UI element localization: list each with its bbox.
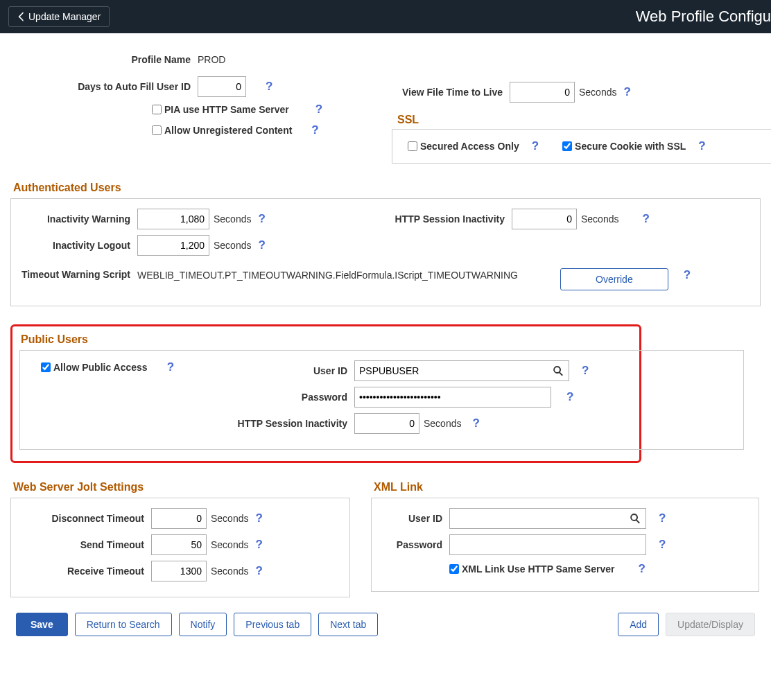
help-disconnect-timeout[interactable]: ? [252,511,265,525]
ssl-box: Secured Access Only ? Secure Cookie with… [392,129,771,164]
help-secured-access[interactable]: ? [529,139,542,153]
value-profile-name: PROD [198,54,225,65]
label-inactivity-logout: Inactivity Logout [19,240,137,251]
label-view-file-ttl: View File Time to Live [392,87,510,98]
input-auth-http-session[interactable] [512,209,577,229]
notify-button[interactable]: Notify [179,613,227,636]
label-public-http-session: HTTP Session Inactivity [216,418,354,429]
label-secure-cookie: Secure Cookie with SSL [572,141,686,152]
label-days-autofill: Days to Auto Fill User ID [10,81,198,92]
ssl-title: SSL [392,114,771,126]
previous-tab-button[interactable]: Previous tab [234,613,311,636]
jolt-title: Web Server Jolt Settings [10,481,350,493]
help-allow-unreg[interactable]: ? [309,123,321,137]
unit-seconds-ttl: Seconds [575,87,621,98]
label-xml-userid: User ID [380,513,449,524]
save-button[interactable]: Save [16,613,68,636]
header-bar: Update Manager Web Profile Configu [0,0,771,33]
help-allow-public[interactable]: ? [164,360,177,374]
checkbox-secured-access[interactable] [408,141,417,151]
search-icon-xml-userid[interactable] [630,513,641,524]
back-label: Update Manager [28,11,101,22]
search-icon-public-userid[interactable] [553,365,564,376]
unit-seconds-hs: Seconds [577,213,623,225]
help-inactivity-warning[interactable]: ? [255,212,268,226]
update-display-button[interactable]: Update/Display [666,613,755,636]
unit-seconds-iw: Seconds [209,213,255,225]
help-xml-userid[interactable]: ? [656,511,668,525]
label-pia-same-server: PIA use HTTP Same Server [162,104,289,115]
label-timeout-script: Timeout Warning Script [19,268,137,281]
footer-buttons: Save Return to Search Notify Previous ta… [10,597,761,651]
label-allow-unreg: Allow Unregistered Content [162,125,292,136]
label-public-userid: User ID [216,365,354,376]
help-override[interactable]: ? [681,268,693,282]
label-auth-http-session: HTTP Session Inactivity [373,213,512,225]
xml-title: XML Link [371,481,759,493]
override-button[interactable]: Override [560,268,668,290]
label-xml-same-server: XML Link Use HTTP Same Server [459,563,614,575]
checkbox-secure-cookie[interactable] [562,141,572,151]
unit-seconds-il: Seconds [209,240,255,251]
input-inactivity-warning[interactable] [137,209,209,229]
checkbox-xml-same-server[interactable] [449,564,459,574]
return-to-search-button[interactable]: Return to Search [75,613,172,636]
chevron-left-icon [17,12,24,21]
help-view-file-ttl[interactable]: ? [621,85,633,99]
add-button[interactable]: Add [618,613,659,636]
input-view-file-ttl[interactable] [510,82,575,103]
help-secure-cookie[interactable]: ? [695,139,708,153]
help-send-timeout[interactable]: ? [252,538,265,552]
unit-seconds-rt: Seconds [207,566,252,577]
public-box: Allow Public Access ? User ID ? [19,350,744,450]
input-xml-userid[interactable] [449,508,646,529]
public-users-highlight: Public Users Allow Public Access ? User … [10,324,641,463]
input-disconnect-timeout[interactable] [151,508,207,529]
jolt-box: Disconnect Timeout Seconds ? Send Timeou… [10,498,350,597]
help-xml-password[interactable]: ? [656,538,668,552]
next-tab-button[interactable]: Next tab [318,613,378,636]
label-allow-public: Allow Public Access [51,362,148,373]
label-xml-password: Password [380,539,449,550]
unit-seconds-st: Seconds [207,539,252,550]
help-inactivity-logout[interactable]: ? [255,238,268,252]
help-days-autofill[interactable]: ? [263,80,275,94]
label-receive-timeout: Receive Timeout [19,566,151,577]
unit-seconds-pub: Seconds [419,418,465,429]
input-send-timeout[interactable] [151,534,207,555]
public-title: Public Users [18,333,634,346]
input-public-userid[interactable] [354,360,569,381]
help-auth-http-session[interactable]: ? [639,212,652,226]
unit-seconds-dt: Seconds [207,513,252,524]
back-button[interactable]: Update Manager [8,6,110,27]
auth-title: Authenticated Users [10,182,761,194]
value-timeout-script: WEBLIB_TIMEOUT.PT_TIMEOUTWARNING.FieldFo… [137,268,560,281]
checkbox-pia-same-server[interactable] [152,105,162,114]
xml-box: User ID ? Password ? [371,498,759,592]
checkbox-allow-public[interactable] [41,362,51,372]
input-inactivity-logout[interactable] [137,235,209,256]
input-public-password[interactable] [354,387,551,408]
label-secured-access: Secured Access Only [417,141,519,152]
auth-box: Inactivity Warning Seconds ? Inactivity … [10,198,761,306]
bottom-two-col: Web Server Jolt Settings Disconnect Time… [10,481,761,597]
help-public-password[interactable]: ? [564,390,576,404]
label-send-timeout: Send Timeout [19,539,151,550]
label-inactivity-warning: Inactivity Warning [19,213,137,225]
help-pia-same-server[interactable]: ? [313,103,325,116]
label-public-password: Password [216,392,354,403]
checkbox-allow-unreg[interactable] [152,125,162,135]
help-public-http-session[interactable]: ? [469,417,482,430]
label-disconnect-timeout: Disconnect Timeout [19,513,151,524]
input-public-http-session[interactable] [354,413,419,434]
input-days-autofill[interactable] [198,76,246,97]
label-profile-name: Profile Name [10,54,198,65]
help-public-userid[interactable]: ? [579,364,591,378]
page-title: Web Profile Configu [636,8,771,26]
help-receive-timeout[interactable]: ? [252,564,265,578]
top-section: Profile Name PROD Days to Auto Fill User… [10,54,761,164]
input-receive-timeout[interactable] [151,561,207,581]
help-xml-same-server[interactable]: ? [635,562,648,576]
content-area: Profile Name PROD Days to Auto Fill User… [0,33,771,665]
input-xml-password[interactable] [449,534,646,555]
